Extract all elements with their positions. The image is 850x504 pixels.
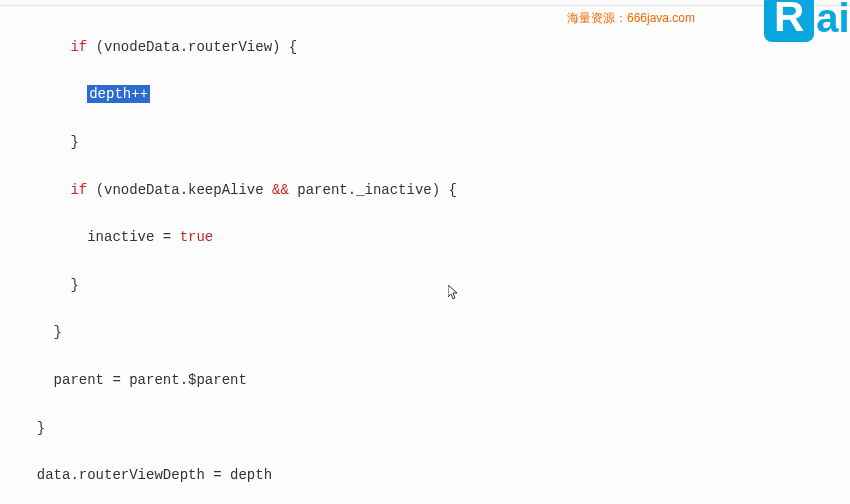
logo-first-letter: R xyxy=(764,0,814,42)
logo-rest: aik xyxy=(816,0,850,38)
code-line[interactable]: } xyxy=(20,321,850,345)
code-line[interactable]: if (vnodeData.keepAlive && parent._inact… xyxy=(20,179,850,203)
selected-text[interactable]: depth++ xyxy=(87,85,150,103)
code-line[interactable]: data.routerViewDepth = depth xyxy=(20,464,850,488)
logo: Raik xyxy=(764,0,850,42)
code-line[interactable]: if (vnodeData.routerView) { xyxy=(20,36,850,60)
code-line[interactable]: } xyxy=(20,274,850,298)
watermark-text: 海量资源：666java.com xyxy=(567,8,695,28)
code-line[interactable]: inactive = true xyxy=(20,226,850,250)
code-line[interactable]: parent = parent.$parent xyxy=(20,369,850,393)
code-line[interactable]: depth++ xyxy=(20,83,850,107)
code-line[interactable]: } xyxy=(20,417,850,441)
code-editor[interactable]: if (vnodeData.routerView) { depth++ } if… xyxy=(0,6,850,504)
code-line[interactable]: } xyxy=(20,131,850,155)
